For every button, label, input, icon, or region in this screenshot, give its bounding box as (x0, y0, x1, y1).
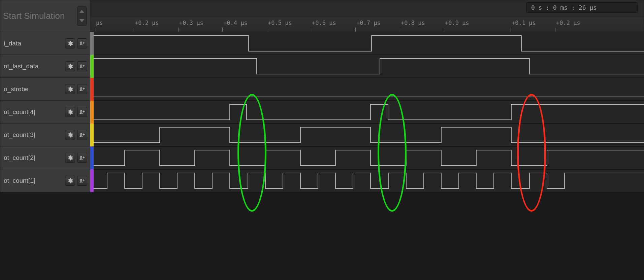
signal-label: ot_count[2] (0, 146, 90, 169)
pulse-icon (79, 63, 85, 69)
add-trigger-button[interactable] (77, 61, 87, 71)
signal-row-i_data: i_data (0, 32, 644, 55)
signal-color-chip (90, 55, 94, 78)
settings-button[interactable] (65, 176, 75, 186)
ruler-tick: +0.4 µs (222, 28, 248, 32)
gear-icon (67, 132, 73, 138)
signal-color-chip (90, 32, 94, 55)
settings-button[interactable] (65, 84, 75, 94)
time-cursor-readout: 0 s : 0 ms : 26 µs (526, 2, 638, 13)
start-simulation-button[interactable]: Start Simulation (3, 11, 65, 21)
add-trigger-button[interactable] (77, 130, 87, 140)
signal-row-ot_count3: ot_count[3] (0, 124, 644, 146)
settings-button[interactable] (65, 38, 75, 48)
signal-label: ot_count[3] (0, 124, 90, 146)
time-ruler[interactable]: µs+0.2 µs+0.3 µs+0.4 µs+0.5 µs+0.6 µs+0.… (90, 17, 644, 32)
waveform[interactable] (94, 124, 644, 146)
signal-color-chip (90, 78, 94, 101)
signal-color-chip (90, 101, 94, 124)
timeline-header: 0 s : 0 ms : 26 µs µs+0.2 µs+0.3 µs+0.4 … (90, 0, 644, 32)
gear-icon (67, 155, 73, 161)
pulse-icon (79, 109, 85, 115)
ruler-tick: +0.9 µs (444, 28, 470, 32)
ruler-tick: +0.7 µs (355, 28, 381, 32)
chevron-down-icon[interactable] (79, 19, 84, 22)
sidebar-header: Start Simulation (0, 0, 90, 32)
chevron-up-icon[interactable] (79, 10, 84, 13)
add-trigger-button[interactable] (77, 107, 87, 117)
signal-label: ot_count[1] (0, 169, 90, 192)
settings-button[interactable] (65, 61, 75, 71)
top-bar: Start Simulation 0 s : 0 ms : 26 µs µs+0… (0, 0, 644, 32)
ruler-tick: +0.2 µs (555, 28, 581, 32)
time-step-spinner[interactable] (77, 6, 87, 26)
signal-rows: i_dataot_last_datao_strobeot_count[4]ot_… (0, 32, 644, 192)
add-trigger-button[interactable] (77, 153, 87, 163)
add-trigger-button[interactable] (77, 176, 87, 186)
signal-label: o_strobe (0, 78, 90, 101)
pulse-icon (79, 132, 85, 138)
waveform[interactable] (94, 55, 644, 78)
signal-name: ot_count[2] (4, 154, 65, 162)
ruler-tick: +0.3 µs (178, 28, 204, 32)
signal-color-chip (90, 146, 94, 169)
gear-icon (67, 40, 73, 46)
waveform[interactable] (94, 32, 644, 55)
waveform[interactable] (94, 78, 644, 101)
add-trigger-button[interactable] (77, 84, 87, 94)
waveform[interactable] (94, 146, 644, 169)
settings-button[interactable] (65, 153, 75, 163)
signal-label: ot_last_data (0, 55, 90, 78)
waveform[interactable] (94, 169, 644, 192)
pulse-icon (79, 155, 85, 161)
ruler-tick: +0.6 µs (311, 28, 337, 32)
ruler-tick: +0.5 µs (267, 28, 293, 32)
settings-button[interactable] (65, 130, 75, 140)
signal-row-ot_count2: ot_count[2] (0, 146, 644, 169)
gear-icon (67, 86, 73, 92)
signal-name: o_strobe (4, 85, 65, 93)
waveform[interactable] (94, 101, 644, 124)
signal-name: ot_count[3] (4, 131, 65, 139)
signal-color-chip (90, 169, 94, 192)
app-root: Start Simulation 0 s : 0 ms : 26 µs µs+0… (0, 0, 644, 280)
ruler-tick: +0.1 µs (511, 28, 537, 32)
signal-row-o_strobe: o_strobe (0, 78, 644, 101)
ruler-tick: +0.8 µs (400, 28, 426, 32)
ruler-tick: µs (95, 28, 103, 32)
signal-name: ot_count[4] (4, 108, 65, 116)
signal-name: ot_count[1] (4, 177, 65, 184)
pulse-icon (79, 86, 85, 92)
gear-icon (67, 109, 73, 115)
signal-label: ot_count[4] (0, 101, 90, 124)
gear-icon (67, 178, 73, 184)
pulse-icon (79, 178, 85, 184)
signal-row-ot_count4: ot_count[4] (0, 101, 644, 124)
signal-row-ot_last_data: ot_last_data (0, 55, 644, 78)
ruler-tick: +0.2 µs (134, 28, 160, 32)
signal-name: i_data (4, 40, 65, 47)
signal-name: ot_last_data (4, 63, 65, 70)
add-trigger-button[interactable] (77, 38, 87, 48)
gear-icon (67, 63, 73, 69)
signal-color-chip (90, 124, 94, 146)
settings-button[interactable] (65, 107, 75, 117)
signal-row-ot_count1: ot_count[1] (0, 169, 644, 192)
pulse-icon (79, 40, 85, 46)
signal-label: i_data (0, 32, 90, 55)
